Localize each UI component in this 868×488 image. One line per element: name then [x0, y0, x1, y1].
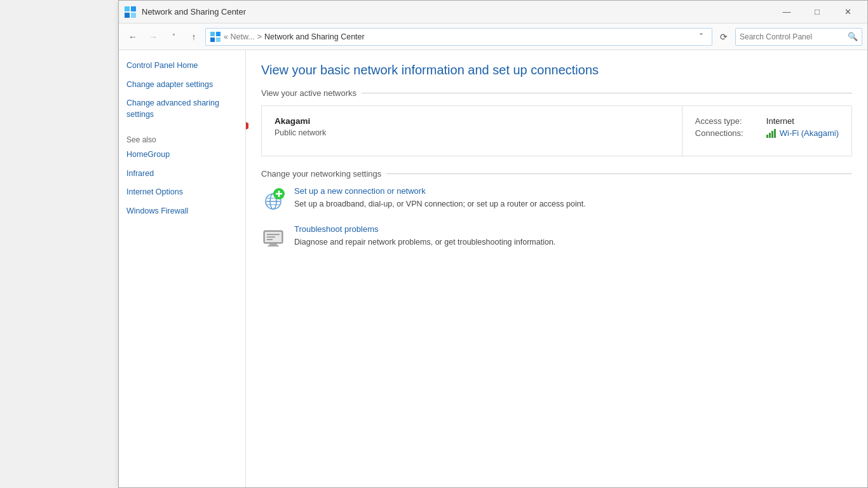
- back-button[interactable]: ←: [124, 28, 142, 46]
- svg-rect-0: [125, 6, 130, 11]
- network-left: Akagami Public network: [262, 106, 682, 156]
- main-content: Control Panel Home Change adapter settin…: [119, 50, 867, 487]
- window-title: Network and Sharing Center: [142, 7, 772, 17]
- sidebar-item-infrared[interactable]: Infrared: [126, 168, 238, 180]
- svg-rect-23: [269, 243, 277, 245]
- see-also-label: See also: [126, 135, 238, 144]
- path-separator: >: [257, 32, 262, 41]
- wifi-link[interactable]: Wi-Fi (Akagami): [766, 128, 839, 138]
- svg-rect-2: [125, 13, 130, 18]
- wifi-bars-icon: [766, 129, 776, 138]
- sidebar: Control Panel Home Change adapter settin…: [119, 50, 246, 487]
- troubleshoot-text: Troubleshoot problems Diagnose and repai…: [294, 224, 852, 248]
- wifi-link-text: Wi-Fi (Akagami): [780, 128, 839, 138]
- path-prefix: « Netw...: [224, 32, 255, 41]
- address-dropdown-button[interactable]: ˅: [694, 30, 708, 44]
- networking-section: Change your networking settings: [261, 169, 852, 250]
- title-bar: Network and Sharing Center — □ ✕: [119, 1, 867, 24]
- troubleshoot-desc: Diagnose and repair network problems, or…: [294, 238, 555, 247]
- svg-rect-3: [131, 13, 136, 18]
- minimize-button[interactable]: —: [772, 3, 801, 22]
- network-name: Akagami: [275, 116, 669, 126]
- maximize-button[interactable]: □: [803, 3, 832, 22]
- svg-rect-6: [210, 37, 215, 42]
- sidebar-item-control-panel-home[interactable]: Control Panel Home: [126, 60, 238, 72]
- new-connection-link[interactable]: Set up a new connection or network: [294, 186, 852, 196]
- forward-button[interactable]: →: [144, 28, 162, 46]
- search-icon[interactable]: 🔍: [848, 32, 858, 41]
- path-icon: [210, 31, 221, 43]
- access-type-label: Access type:: [695, 116, 759, 126]
- network-type: Public network: [275, 128, 669, 137]
- window-controls: — □ ✕: [772, 3, 862, 22]
- dropdown-button[interactable]: ˅: [165, 28, 182, 46]
- troubleshoot-icon: [261, 226, 285, 250]
- svg-rect-1: [131, 6, 136, 11]
- network-right: Access type: Internet Connections:: [682, 106, 851, 156]
- troubleshoot-link[interactable]: Troubleshoot problems: [294, 224, 852, 234]
- content-area: View your basic network information and …: [246, 50, 867, 487]
- active-networks-header: View your active networks: [261, 88, 852, 98]
- svg-rect-4: [210, 32, 215, 36]
- sidebar-item-windows-firewall[interactable]: Windows Firewall: [126, 206, 238, 217]
- arrow-annotation: [246, 120, 248, 132]
- svg-rect-7: [216, 37, 220, 42]
- page-title: View your basic network information and …: [261, 62, 852, 78]
- up-button[interactable]: ↑: [185, 28, 203, 46]
- sidebar-item-change-adapter[interactable]: Change adapter settings: [126, 79, 238, 91]
- address-bar: ← → ˅ ↑ « Netw... > Network and Sharing …: [119, 24, 867, 50]
- svg-rect-5: [216, 32, 220, 36]
- new-connection-desc: Set up a broadband, dial-up, or VPN conn…: [294, 200, 586, 208]
- search-input[interactable]: [740, 32, 845, 41]
- search-box: 🔍: [735, 28, 862, 46]
- path-current: Network and Sharing Center: [264, 32, 365, 41]
- connections-row: Connections: Wi-Fi (Akagami): [695, 128, 839, 138]
- connections-label: Connections:: [695, 128, 759, 138]
- refresh-button[interactable]: ⟳: [715, 28, 733, 46]
- address-path[interactable]: « Netw... > Network and Sharing Center ˅: [205, 28, 712, 46]
- networking-settings-header: Change your networking settings: [261, 169, 852, 179]
- access-type-row: Access type: Internet: [695, 116, 839, 126]
- sidebar-item-internet-options[interactable]: Internet Options: [126, 187, 238, 198]
- new-connection-icon: [261, 187, 285, 212]
- sidebar-item-homegroup[interactable]: HomeGroup: [126, 149, 238, 161]
- svg-rect-24: [268, 245, 279, 247]
- new-connection-text: Set up a new connection or network Set u…: [294, 186, 852, 210]
- access-type-value: Internet: [766, 116, 794, 126]
- active-network-container: Akagami Public network Access type: Inte…: [261, 105, 852, 156]
- sidebar-item-change-advanced-sharing[interactable]: Change advanced sharing settings: [126, 98, 238, 120]
- window-icon: [124, 6, 137, 18]
- new-connection-item: Set up a new connection or network Set u…: [261, 186, 852, 212]
- main-window: Network and Sharing Center — □ ✕ ← → ˅ ↑…: [118, 0, 868, 488]
- troubleshoot-item: Troubleshoot problems Diagnose and repai…: [261, 224, 852, 250]
- close-button[interactable]: ✕: [833, 3, 862, 22]
